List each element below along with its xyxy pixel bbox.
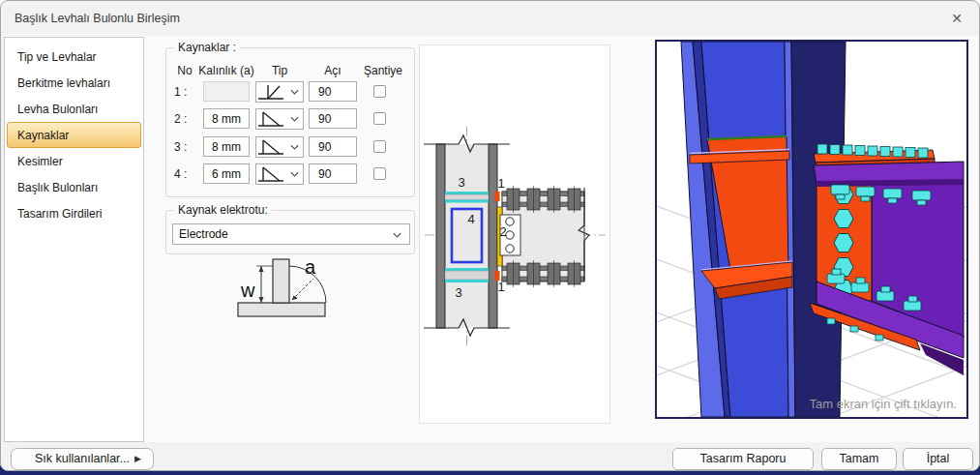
weld-row-1-angle-input[interactable] (309, 81, 357, 102)
dialog-window: Başlık Levhalı Bulonlu Birleşim ✕ Tip ve… (0, 0, 980, 471)
screenshot-stage: Başlık Levhalı Bulonlu Birleşim ✕ Tip ve… (0, 0, 980, 475)
weld-row-2-angle-input[interactable] (309, 108, 357, 129)
weld-w-label: w (240, 280, 255, 301)
sidebar-item-kaynaklar[interactable]: Kaynaklar (7, 122, 141, 148)
sidebar-item-levha-bulonlari[interactable]: Levha Bulonları (7, 96, 141, 122)
weld-a-label: a (305, 256, 316, 278)
fillet-weld-icon (256, 109, 285, 129)
sidebar-item-baslik-bulonlari[interactable]: Başlık Bulonları (7, 174, 141, 200)
label-mid-4: 4 (467, 212, 474, 226)
electrode-value: Electrode (179, 227, 228, 241)
column-section (424, 135, 510, 336)
weld-row-1-no: 1 : (174, 85, 187, 99)
bevel-weld-icon (256, 82, 285, 102)
electrode-group-title: Kaynak elektrotu: (174, 203, 272, 217)
chevron-down-icon (290, 116, 299, 123)
col-header-no: No (174, 64, 195, 77)
electrode-groupbox: Kaynak elektrotu: Electrode (165, 210, 415, 254)
col-header-thickness: Kalınlık (a) (195, 64, 257, 77)
weld-row-2-type-dropdown[interactable] (255, 108, 304, 130)
weld-row-4-site-checkbox[interactable] (373, 167, 386, 180)
sidebar-item-tip-ve-levhalar[interactable]: Tip ve Levhalar (7, 44, 141, 70)
base-plate-shape (238, 303, 325, 316)
weld-row-3-type-dropdown[interactable] (255, 136, 304, 158)
design-report-button[interactable]: Tasarım Raporu (672, 448, 814, 470)
weld-row-2-thickness-input[interactable] (203, 108, 250, 129)
weld-row-3-no: 3 : (174, 140, 187, 154)
label-mid-2: 2 (499, 224, 506, 239)
weld-row-1-site-checkbox[interactable] (373, 85, 386, 98)
col-header-type: Tip (255, 64, 304, 77)
label-top-1: 1 (497, 176, 504, 191)
fillet-weld-icon (256, 137, 285, 157)
sidebar-item-tasarim-girdileri[interactable]: Tasarım Girdileri (7, 200, 141, 226)
fullscreen-hint: Tam ekran için çift tıklayın. (810, 397, 957, 411)
dialog-title: Başlık Levhalı Bulonlu Birleşim (15, 1, 180, 36)
weld-row-3-thickness-input[interactable] (203, 136, 250, 157)
favorites-label: Sık kullanılanlar... (35, 452, 130, 465)
weld-row-1-type-dropdown[interactable] (255, 81, 304, 103)
ok-button[interactable]: Tamam (821, 448, 897, 470)
viewer-3d-scene (657, 42, 966, 417)
weld-row-2-site-checkbox[interactable] (373, 112, 386, 125)
chevron-down-icon (290, 144, 299, 151)
col-header-angle: Açı (309, 64, 357, 77)
chevron-down-icon (290, 171, 299, 178)
weld-row-1-thickness-input[interactable] (203, 81, 250, 102)
label-bottom-1: 1 (497, 280, 504, 294)
electrode-combobox[interactable]: Electrode (172, 223, 410, 245)
col-header-site: Şantiye (358, 64, 408, 77)
connection-drawing-panel: 3 1 4 2 3 1 (419, 45, 610, 424)
viewer-3d-panel[interactable]: Tam ekran için çift tıklayın. (655, 40, 968, 419)
weld-row-2-no: 2 : (174, 112, 187, 126)
sidebar: Tip ve Levhalar Berkitme levhaları Levha… (4, 37, 144, 442)
sidebar-item-kesimler[interactable]: Kesimler (7, 148, 141, 174)
close-icon[interactable]: ✕ (944, 7, 969, 30)
fillet-weld-icon (256, 164, 285, 184)
favorites-button[interactable]: Sık kullanılanlar... ▶ (11, 448, 154, 470)
weld-row-3-site-checkbox[interactable] (373, 140, 386, 153)
connection-drawing: 3 1 4 2 3 1 (420, 45, 609, 423)
cancel-button[interactable]: İptal (903, 448, 973, 470)
label-top-3: 3 (458, 175, 464, 190)
favorites-arrow-icon: ▶ (134, 449, 141, 469)
beam-section (495, 186, 590, 287)
chevron-down-icon (393, 232, 401, 239)
titlebar: Başlık Levhalı Bulonlu Birleşim ✕ (1, 1, 979, 36)
welds-group-title: Kaynaklar : (174, 41, 240, 54)
weld-row-4-angle-input[interactable] (309, 163, 357, 184)
sidebar-item-berkitme-levhalari[interactable]: Berkitme levhaları (7, 70, 141, 96)
welds-groupbox: Kaynaklar : No Kalınlık (a) Tip Açı Şant… (165, 47, 415, 197)
weld-row-4-no: 4 : (174, 167, 187, 181)
weld-row-3-angle-input[interactable] (309, 136, 357, 157)
vertical-plate-shape (273, 259, 289, 303)
weld-row-4-thickness-input[interactable] (203, 163, 250, 184)
weld-mark-top (495, 192, 500, 201)
weld-row-4-type-dropdown[interactable] (255, 163, 304, 185)
weld-dimension-diagram: w a (235, 254, 330, 320)
chevron-down-icon (290, 89, 299, 96)
label-bottom-3: 3 (455, 285, 461, 300)
